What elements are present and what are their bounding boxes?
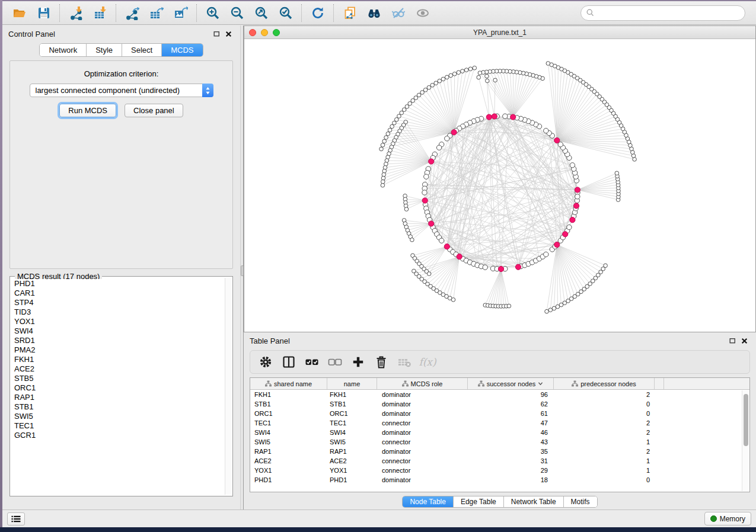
- graph-hub-node[interactable]: [573, 203, 579, 209]
- float-table-panel-icon[interactable]: [726, 335, 738, 347]
- graph-hub-node[interactable]: [429, 159, 434, 164]
- table-row[interactable]: ORC1ORC1dominator610: [250, 409, 749, 418]
- mcds-result-item[interactable]: PMA2: [11, 345, 224, 355]
- mcds-result-item[interactable]: ORC1: [11, 383, 224, 393]
- mcds-result-item[interactable]: RAP1: [11, 393, 224, 402]
- search-box[interactable]: [580, 5, 745, 21]
- mcds-result-item[interactable]: YOX1: [11, 317, 224, 326]
- tab-network-table[interactable]: Network Table: [504, 496, 564, 507]
- mcds-result-item[interactable]: TID3: [11, 307, 224, 317]
- close-panel-button[interactable]: Close panel: [125, 104, 183, 117]
- graph-hub-node[interactable]: [451, 130, 457, 135]
- column-header-successor-nodes[interactable]: successor nodes: [468, 378, 554, 389]
- table-row[interactable]: STB1STB1dominator620: [250, 399, 749, 409]
- table-row[interactable]: SWI4SWI4dominator462: [250, 428, 749, 437]
- mcds-result-item[interactable]: SWI4: [11, 326, 224, 336]
- graph-hub-node[interactable]: [444, 244, 449, 249]
- graph-hub-node[interactable]: [498, 266, 503, 271]
- graph-hub-node[interactable]: [563, 232, 568, 237]
- graph-hub-node[interactable]: [570, 217, 575, 223]
- zoom-in-icon[interactable]: [200, 3, 225, 23]
- mcds-result-item[interactable]: STP4: [11, 298, 224, 307]
- graph-hub-node[interactable]: [511, 114, 516, 120]
- table-row[interactable]: SWI5SWI5connector431: [250, 437, 749, 447]
- table-cell: 1: [554, 437, 655, 447]
- zoom-selected-icon[interactable]: [273, 3, 298, 23]
- mcds-result-item[interactable]: SWI5: [11, 412, 224, 421]
- table-scrollbar[interactable]: [742, 390, 749, 491]
- export-network-icon[interactable]: [120, 3, 144, 23]
- mcds-result-item[interactable]: TEC1: [11, 421, 224, 431]
- add-icon[interactable]: [351, 355, 365, 369]
- graph-hub-node[interactable]: [515, 264, 521, 270]
- mcds-result-item[interactable]: FKH1: [11, 355, 224, 364]
- tab-style[interactable]: Style: [87, 44, 122, 56]
- open-icon[interactable]: [7, 3, 31, 23]
- zoom-fit-icon[interactable]: [249, 3, 273, 23]
- mcds-result-item[interactable]: STB5: [11, 374, 224, 383]
- mcds-result-item[interactable]: ACE2: [11, 364, 224, 374]
- table-cell: SWI5: [327, 437, 377, 447]
- tab-network[interactable]: Network: [40, 44, 87, 56]
- import-network-icon[interactable]: [63, 3, 88, 23]
- table-scrollbar-thumb[interactable]: [744, 394, 748, 446]
- table-row[interactable]: YOX1YOX1connector291: [250, 466, 749, 475]
- tab-node-table[interactable]: Node Table: [403, 496, 454, 507]
- column-header-name[interactable]: name: [327, 378, 377, 389]
- graph-hub-node[interactable]: [422, 198, 428, 203]
- network-canvas[interactable]: [244, 40, 755, 332]
- copy-network-icon[interactable]: [337, 3, 362, 23]
- close-table-panel-icon[interactable]: [738, 335, 750, 347]
- zoom-out-icon[interactable]: [225, 3, 249, 23]
- graph-hub-node[interactable]: [429, 221, 434, 226]
- criterion-dropdown[interactable]: largest connected component (undirected): [30, 84, 213, 97]
- graph-hub-node[interactable]: [457, 254, 462, 259]
- search-input[interactable]: [595, 9, 740, 17]
- graph-hub-node[interactable]: [554, 242, 560, 247]
- tab-edge-table[interactable]: Edge Table: [454, 496, 504, 507]
- table-row[interactable]: PHD1PHD1dominator180: [250, 475, 749, 485]
- network-window-titlebar[interactable]: YPA_prune.txt_1: [244, 26, 755, 39]
- table-row[interactable]: TEC1TEC1connector472: [250, 418, 749, 428]
- run-mcds-button[interactable]: Run MCDS: [59, 104, 116, 117]
- panel-list-button[interactable]: [7, 512, 25, 525]
- table-row[interactable]: RAP1RAP1dominator352: [250, 447, 749, 456]
- table-cell: TEC1: [250, 418, 327, 428]
- mcds-result-list[interactable]: PHD1CAR1STP4TID3YOX1SWI4SRD1PMA2FKH1ACE2…: [11, 279, 224, 495]
- select-all-icon[interactable]: [305, 355, 319, 369]
- columns-icon[interactable]: [282, 355, 296, 369]
- close-panel-icon[interactable]: [222, 28, 234, 40]
- save-icon[interactable]: [31, 3, 56, 23]
- hide-selected-icon[interactable]: [386, 3, 410, 23]
- graph-hub-node[interactable]: [575, 187, 580, 193]
- tab-motifs[interactable]: Motifs: [564, 496, 597, 507]
- table-row[interactable]: FKH1FKH1dominator962: [250, 390, 749, 399]
- first-neighbors-icon[interactable]: [362, 3, 386, 23]
- mcds-result-item[interactable]: CAR1: [11, 289, 224, 298]
- deselect-all-icon[interactable]: [328, 355, 342, 369]
- column-header-MCDS-role[interactable]: MCDS role: [377, 378, 468, 389]
- mcds-result-item[interactable]: STB1: [11, 402, 224, 412]
- mcds-result-item[interactable]: SRD1: [11, 336, 224, 345]
- export-table-icon[interactable]: [144, 3, 168, 23]
- tab-select[interactable]: Select: [122, 44, 162, 56]
- table-row[interactable]: ACE2ACE2connector311: [250, 456, 749, 466]
- tab-mcds[interactable]: MCDS: [162, 44, 202, 56]
- result-list-scrollbar[interactable]: [225, 278, 231, 495]
- graph-hub-node[interactable]: [492, 114, 497, 119]
- column-header-predecessor-nodes[interactable]: predecessor nodes: [554, 378, 655, 389]
- graph-hub-node[interactable]: [554, 137, 560, 143]
- mcds-result-item[interactable]: PHD1: [11, 279, 224, 289]
- graph-hub-node[interactable]: [486, 114, 492, 120]
- table-cell: 2: [554, 390, 655, 399]
- memory-button[interactable]: Memory: [704, 512, 751, 525]
- float-panel-icon[interactable]: [210, 28, 222, 40]
- mcds-result-item[interactable]: GCR1: [11, 431, 224, 440]
- export-image-icon[interactable]: [168, 3, 193, 23]
- import-table-icon[interactable]: [88, 3, 112, 23]
- show-all-icon[interactable]: [410, 3, 435, 23]
- delete-icon[interactable]: [374, 355, 388, 369]
- gear-icon[interactable]: [259, 355, 273, 369]
- refresh-icon[interactable]: [305, 3, 330, 23]
- column-header-shared-name[interactable]: shared name: [250, 378, 327, 389]
